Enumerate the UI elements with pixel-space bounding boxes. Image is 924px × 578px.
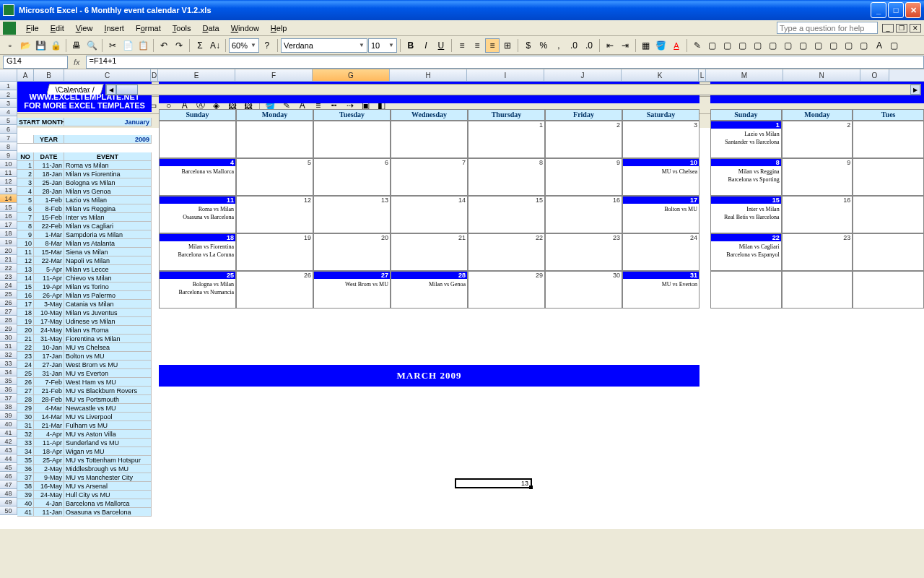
start-month-value[interactable]: January	[64, 118, 152, 126]
event-row[interactable]: 51-FebLazio vs Milan	[17, 196, 152, 204]
event-row[interactable]: 1917-MayUdinese vs Milan	[17, 317, 152, 326]
event-row[interactable]: 715-FebInter vs Milan	[17, 213, 152, 222]
underline-icon[interactable]: U	[434, 38, 448, 53]
calendar-cell[interactable]	[853, 158, 924, 196]
year-value[interactable]: 2009	[64, 135, 152, 143]
row-header-48[interactable]: 48	[0, 489, 17, 498]
calendar-cell[interactable]	[782, 271, 853, 309]
row-header-22[interactable]: 22	[0, 264, 17, 272]
event-row[interactable]: 4111-JanOsasuna vs Barcelona	[17, 508, 152, 517]
calendar-cell[interactable]: 24	[622, 233, 699, 271]
calendar-cell[interactable]: 20	[313, 233, 391, 271]
help-search-input[interactable]	[777, 22, 878, 34]
row-header-36[interactable]: 36	[0, 385, 17, 394]
row-header-46[interactable]: 46	[0, 472, 17, 480]
event-row[interactable]: 1810-MayMilan vs Juventus	[17, 309, 152, 317]
event-row[interactable]: 3816-MayMU vs Arsenal	[17, 482, 152, 491]
calendar-cell[interactable]: 8	[468, 158, 545, 196]
increase-decimal-icon[interactable]: .0	[567, 38, 581, 53]
calendar-cell[interactable]: 1Lazio vs MilanSantander vs Barcelona	[710, 121, 782, 158]
fill-color-icon[interactable]: 🪣	[654, 38, 668, 53]
tool-icon[interactable]: ▢	[887, 38, 902, 53]
formula-input[interactable]: =F14+1	[86, 56, 924, 69]
sort-icon[interactable]: A↓	[208, 38, 222, 53]
row-header-39[interactable]: 39	[0, 411, 17, 420]
row-header-2[interactable]: 2	[0, 90, 17, 99]
calendar-cell[interactable]: 17Bolton vs MU	[622, 196, 699, 233]
calendar-cell[interactable]: 25Bologna vs MilanBarcelona vs Numancia	[159, 271, 236, 309]
document-icon[interactable]	[3, 22, 16, 35]
row-header-14[interactable]: 14	[0, 194, 17, 203]
calendar-cell[interactable]: 31MU vs Everton	[622, 271, 699, 309]
row-header-49[interactable]: 49	[0, 498, 17, 506]
event-row[interactable]: 404-JanBarcelona vs Mallorca	[17, 499, 152, 508]
event-row[interactable]: 428-JanMilan vs Genoa	[17, 187, 152, 196]
event-row[interactable]: 2427-JanWest Brom vs MU	[17, 361, 152, 369]
event-row[interactable]: 325-JanBologna vs Milan	[17, 178, 152, 187]
calendar-cell[interactable]: 6	[313, 158, 391, 196]
event-row[interactable]: 1411-AprChievo vs Milan	[17, 274, 152, 282]
row-header-24[interactable]: 24	[0, 281, 17, 290]
event-row[interactable]: 3014-MarMU vs Liverpool	[17, 413, 152, 421]
preview-icon[interactable]: 🔍	[84, 38, 99, 53]
align-right-icon[interactable]: ≡	[485, 38, 500, 53]
calendar-cell[interactable]: 14	[391, 196, 468, 233]
event-row[interactable]: 2210-JanMU vs Chelsea	[17, 343, 152, 352]
currency-icon[interactable]: $	[521, 38, 536, 53]
row-header-32[interactable]: 32	[0, 350, 17, 359]
event-row[interactable]: 2024-MayMilan vs Roma	[17, 326, 152, 335]
calendar-cell[interactable]: 15	[468, 196, 545, 233]
tool-icon[interactable]: ▢	[751, 38, 765, 53]
event-row[interactable]: 108-MarMilan vs Atalanta	[17, 239, 152, 248]
row-header-6[interactable]: 6	[0, 125, 17, 134]
sheet-tab-calendar[interactable]: \Calendar /	[46, 84, 104, 95]
row-header-4[interactable]: 4	[0, 108, 17, 116]
calendar-cell[interactable]: 30	[545, 271, 622, 309]
event-row[interactable]: 3924-MayHull City vs MU	[17, 491, 152, 499]
row-header-7[interactable]: 7	[0, 134, 17, 142]
fontsize-select[interactable]: 10▼	[368, 38, 397, 53]
calendar-cell[interactable]: 21	[391, 233, 468, 271]
calendar-cell[interactable]: 19	[236, 233, 313, 271]
tool-icon[interactable]: ✎	[690, 38, 705, 53]
tool-icon[interactable]: ▢	[827, 38, 841, 53]
horizontal-scrollbar[interactable]: ◀ ▶	[105, 84, 921, 95]
event-row[interactable]: 111-JanRoma vs Milan	[17, 161, 152, 170]
calendar-cell[interactable]: 11Roma vs MilanOsasuna vs Barcelona	[159, 196, 236, 233]
col-header-A[interactable]: A	[17, 69, 34, 81]
col-header-C[interactable]: C	[64, 69, 151, 81]
event-row[interactable]: 91-MarSampdoria vs Milan	[17, 230, 152, 239]
row-header-11[interactable]: 11	[0, 168, 17, 177]
event-row[interactable]: 1222-MarNapoli vs Milan	[17, 256, 152, 265]
tool-icon[interactable]: ▢	[796, 38, 811, 53]
italic-icon[interactable]: I	[419, 38, 433, 53]
event-row[interactable]: 822-FebMilan vs Cagliari	[17, 222, 152, 230]
row-header-19[interactable]: 19	[0, 238, 17, 246]
event-row[interactable]: 2721-FebMU vs Blackburn Rovers	[17, 387, 152, 395]
calendar-cell[interactable]: 26	[236, 271, 313, 309]
calendar-cell[interactable]	[313, 121, 391, 158]
menu-view[interactable]: View	[70, 22, 99, 35]
calendar-cell[interactable]: 5	[236, 158, 313, 196]
menu-tools[interactable]: Tools	[167, 22, 197, 35]
col-header-O[interactable]: O	[860, 69, 889, 81]
doc-close-button[interactable]: ✕	[910, 24, 921, 33]
row-header-44[interactable]: 44	[0, 454, 17, 463]
event-row[interactable]: 3311-AprSunderland vs MU	[17, 439, 152, 447]
bold-icon[interactable]: B	[404, 38, 418, 53]
calendar-cell[interactable]: 9	[545, 158, 622, 196]
row-header-15[interactable]: 15	[0, 203, 17, 212]
align-left-icon[interactable]: ≡	[455, 38, 469, 53]
autosum-icon[interactable]: Σ	[193, 38, 207, 53]
tool-icon[interactable]: ▢	[857, 38, 871, 53]
calendar-cell[interactable]	[236, 121, 313, 158]
row-header-34[interactable]: 34	[0, 368, 17, 376]
col-header-F[interactable]: F	[235, 69, 313, 81]
col-header-G[interactable]: G	[313, 69, 390, 81]
close-button[interactable]: ✕	[905, 2, 921, 18]
calendar-cell[interactable]	[159, 121, 236, 158]
tool-icon[interactable]: ▢	[705, 38, 720, 53]
calendar-cell[interactable]: 2	[782, 121, 853, 158]
row-header-28[interactable]: 28	[0, 316, 17, 324]
event-row[interactable]: 3121-MarFulham vs MU	[17, 421, 152, 430]
